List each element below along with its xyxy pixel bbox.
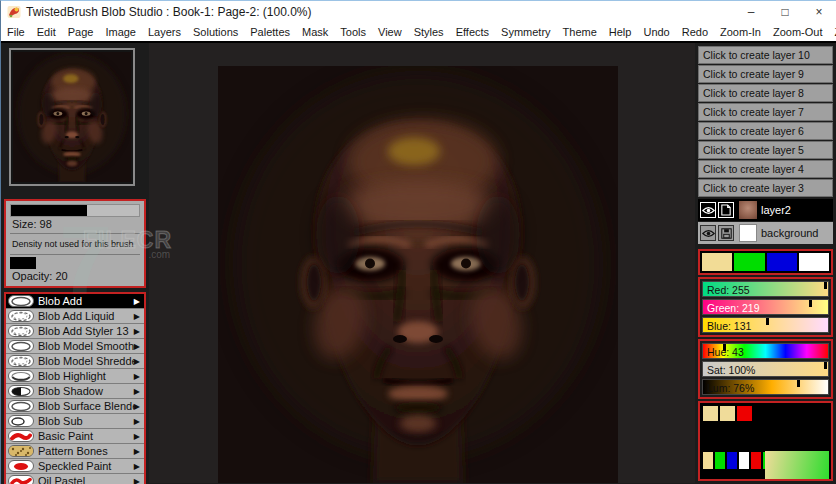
menu-item-help[interactable]: Help <box>603 26 638 38</box>
slider-marker[interactable] <box>797 380 800 387</box>
layer-row-layer2[interactable]: layer2 <box>698 199 833 221</box>
palette-swatch[interactable] <box>720 406 735 421</box>
create-layer-4-button[interactable]: Click to create layer 4 <box>698 160 833 178</box>
disk-icon[interactable] <box>718 225 734 241</box>
chevron-right-icon[interactable]: ▶ <box>134 372 144 381</box>
menu-item-styles[interactable]: Styles <box>408 26 450 38</box>
menu-item-symmetry[interactable]: Symmetry <box>495 26 557 38</box>
sat-slider[interactable]: Sat: 100% <box>702 361 829 377</box>
menu-item-palettes[interactable]: Palettes <box>244 26 296 38</box>
chevron-right-icon[interactable]: ▶ <box>134 387 144 396</box>
opacity-slider[interactable] <box>10 257 140 269</box>
title-bar[interactable]: TwistedBrush Blob Studio : Book-1: Page-… <box>1 1 836 23</box>
menu-command-undo[interactable]: Undo <box>637 26 675 38</box>
maximize-button[interactable]: □ <box>768 1 802 23</box>
eye-icon[interactable] <box>700 202 716 218</box>
chevron-right-icon[interactable]: ▶ <box>134 312 144 321</box>
palette-swatch[interactable] <box>737 406 752 421</box>
size-slider[interactable] <box>10 204 140 217</box>
slider-label: Sat: 100% <box>707 364 755 376</box>
menu-item-tools[interactable]: Tools <box>334 26 372 38</box>
menu-item-image[interactable]: Image <box>99 26 142 38</box>
mini-palette-swatch[interactable] <box>727 452 737 469</box>
menu-command-redo[interactable]: Redo <box>676 26 714 38</box>
canvas-area[interactable] <box>149 43 695 483</box>
color-swatch[interactable] <box>767 253 797 271</box>
paint-page[interactable] <box>218 66 618 483</box>
color-swatch-panel <box>698 249 833 275</box>
brush-item-oil-pastel[interactable]: Oil Pastel▶ <box>6 474 144 484</box>
slider-marker[interactable] <box>809 300 812 307</box>
page-icon[interactable] <box>718 202 734 218</box>
mini-palette-swatch[interactable] <box>703 452 713 469</box>
green-slider[interactable]: Green: 219 <box>702 299 829 315</box>
palette-swatch[interactable] <box>703 406 718 421</box>
hue-slider[interactable]: Hue: 43 <box>702 343 829 359</box>
menu-item-edit[interactable]: Edit <box>31 26 62 38</box>
menu-item-effects[interactable]: Effects <box>450 26 495 38</box>
create-layer-3-button[interactable]: Click to create layer 3 <box>698 179 833 197</box>
eye-icon[interactable] <box>700 225 716 241</box>
brush-item-blob-add[interactable]: Blob Add▶ <box>6 294 144 309</box>
brush-item-blob-add-styler-13[interactable]: Blob Add Styler 13▶ <box>6 324 144 339</box>
brush-item-blob-highlight[interactable]: Blob Highlight▶ <box>6 369 144 384</box>
color-swatch[interactable] <box>702 253 732 271</box>
layer-thumbnail[interactable] <box>739 224 757 242</box>
layer-thumbnail[interactable] <box>739 201 757 219</box>
mini-palette-swatch[interactable] <box>751 452 761 469</box>
chevron-right-icon[interactable]: ▶ <box>134 297 144 306</box>
brush-item-blob-model-shredder[interactable]: Blob Model Shredder▶ <box>6 354 144 369</box>
slider-marker[interactable] <box>824 362 827 369</box>
chevron-right-icon[interactable]: ▶ <box>134 462 144 471</box>
minimize-button[interactable]: – <box>734 1 768 23</box>
brush-item-blob-add-liquid[interactable]: Blob Add Liquid▶ <box>6 309 144 324</box>
chevron-right-icon[interactable]: ▶ <box>134 477 144 484</box>
create-layer-8-button[interactable]: Click to create layer 8 <box>698 84 833 102</box>
color-swatch[interactable] <box>734 253 764 271</box>
layer-row-background[interactable]: background <box>698 222 833 244</box>
chevron-right-icon[interactable]: ▶ <box>134 327 144 336</box>
menu-item-file[interactable]: File <box>1 26 31 38</box>
brush-item-blob-surface-blender[interactable]: Blob Surface Blender▶ <box>6 399 144 414</box>
menu-command-zoom-out[interactable]: Zoom-Out <box>767 26 829 38</box>
brush-item-blob-shadow[interactable]: Blob Shadow▶ <box>6 384 144 399</box>
brush-item-basic-paint[interactable]: Basic Paint▶ <box>6 429 144 444</box>
chevron-right-icon[interactable]: ▶ <box>134 342 144 351</box>
menu-item-theme[interactable]: Theme <box>557 26 603 38</box>
mini-palette-swatch[interactable] <box>715 452 725 469</box>
menu-command-zoom-1to1[interactable]: Zoom-1to1 <box>829 26 836 38</box>
chevron-right-icon[interactable]: ▶ <box>134 417 144 426</box>
page-thumbnail[interactable] <box>9 48 135 186</box>
brush-item-speckled-paint[interactable]: Speckled Paint▶ <box>6 459 144 474</box>
chevron-right-icon[interactable]: ▶ <box>134 447 144 456</box>
brush-item-blob-model-smoother[interactable]: Blob Model Smoother▶ <box>6 339 144 354</box>
brush-item-pattern-bones[interactable]: Pattern Bones▶ <box>6 444 144 459</box>
brush-item-blob-sub[interactable]: Blob Sub▶ <box>6 414 144 429</box>
create-layer-5-button[interactable]: Click to create layer 5 <box>698 141 833 159</box>
color-swatch[interactable] <box>799 253 829 271</box>
create-layer-7-button[interactable]: Click to create layer 7 <box>698 103 833 121</box>
menu-item-layers[interactable]: Layers <box>142 26 187 38</box>
close-button[interactable]: × <box>802 1 836 23</box>
menu-item-view[interactable]: View <box>372 26 408 38</box>
red-slider[interactable]: Red: 255 <box>702 281 829 297</box>
menu-command-zoom-in[interactable]: Zoom-In <box>714 26 767 38</box>
menu-item-page[interactable]: Page <box>62 26 100 38</box>
mini-palette-swatch[interactable] <box>739 452 749 469</box>
slider-label: Lum: 76% <box>707 382 754 394</box>
chevron-right-icon[interactable]: ▶ <box>134 402 144 411</box>
menu-item-solutions[interactable]: Solutions <box>187 26 244 38</box>
lum-slider[interactable]: Lum: 76% <box>702 379 829 395</box>
create-layer-10-button[interactable]: Click to create layer 10 <box>698 46 833 64</box>
create-layer-6-button[interactable]: Click to create layer 6 <box>698 122 833 140</box>
blue-slider[interactable]: Blue: 131 <box>702 317 829 333</box>
slider-marker[interactable] <box>824 282 827 289</box>
chevron-right-icon[interactable]: ▶ <box>134 432 144 441</box>
chevron-right-icon[interactable]: ▶ <box>134 357 144 366</box>
slider-marker[interactable] <box>766 318 769 325</box>
create-layer-9-button[interactable]: Click to create layer 9 <box>698 65 833 83</box>
color-gradient-box[interactable] <box>765 451 829 479</box>
menu-item-mask[interactable]: Mask <box>296 26 334 38</box>
brush-item-label: Blob Highlight <box>38 370 134 382</box>
blob-outline-icon <box>8 340 34 352</box>
